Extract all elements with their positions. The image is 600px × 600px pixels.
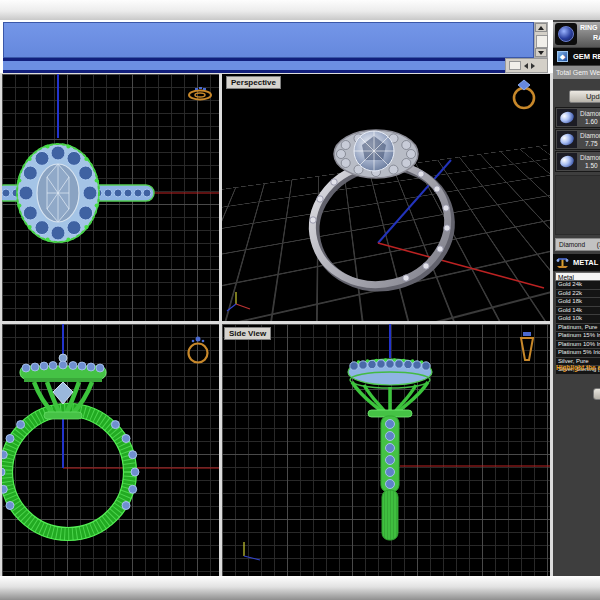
gem-select-dropdown[interactable]: Diamond (3.5 xyxy=(555,238,600,251)
gem-row[interactable]: Diamond 7.75 xyxy=(555,129,600,150)
viewport-label-side-view[interactable]: Side View xyxy=(224,327,271,340)
gem-thumbnail xyxy=(557,131,577,148)
scale-icon xyxy=(556,256,569,268)
cplane-perspective-icon xyxy=(514,80,534,108)
calculate-button-partial[interactable] xyxy=(593,388,600,400)
scroll-down-icon[interactable] xyxy=(535,48,547,57)
window-bottom-band xyxy=(0,576,600,600)
gem-sphere-icon xyxy=(559,154,576,169)
total-gem-weight-row: Total Gem Wei xyxy=(553,66,600,79)
application-window: Perspective xyxy=(0,0,600,600)
gem-report-empty-panel xyxy=(555,175,600,235)
cplane-side-view-icon xyxy=(521,332,533,360)
gem-report-title: GEM REPORT xyxy=(573,52,600,61)
gem-name: Diamond xyxy=(580,110,600,118)
strip-scroll-thumb[interactable] xyxy=(509,61,521,70)
gem-sphere-icon xyxy=(559,110,576,125)
axis-indicator xyxy=(227,292,250,311)
viewport-side-view[interactable]: Side View xyxy=(222,324,550,576)
gem-name: Diamond xyxy=(580,132,600,140)
viewport-perspective[interactable]: Perspective xyxy=(222,74,550,321)
metal-row[interactable]: Platinum, Pure xyxy=(555,324,600,333)
gem-row[interactable]: Diamond 1.50 xyxy=(555,151,600,172)
viewport-front-view[interactable] xyxy=(2,324,219,576)
ring-tab-label[interactable]: RING xyxy=(580,24,598,31)
metal-row[interactable]: Platinum 10% Irid xyxy=(555,341,600,350)
viewport-top-view[interactable] xyxy=(2,74,219,321)
top-view-drawing xyxy=(2,74,219,321)
metal-row[interactable]: Gold 10k xyxy=(555,315,600,324)
gem-list: Diamond 1.60 Diamond 7.75 Diamond xyxy=(555,107,600,173)
cplane-front-view-icon xyxy=(189,337,208,363)
viewport-label-perspective[interactable]: Perspective xyxy=(226,76,281,89)
gem-select-label: Diamond xyxy=(559,241,585,248)
gem-name: Diamond xyxy=(580,154,600,162)
side-view-drawing xyxy=(222,324,550,576)
scroll-right-icon[interactable] xyxy=(531,63,535,69)
scroll-left-icon[interactable] xyxy=(524,63,528,69)
strip-scroll-controls[interactable] xyxy=(505,58,548,73)
gem-value: 1.50 xyxy=(585,162,600,170)
toolbar-scrollbar[interactable] xyxy=(534,22,548,58)
gem-value: 1.60 xyxy=(585,118,600,126)
gem-thumbnail xyxy=(557,153,577,170)
metal-row[interactable]: Platinum 15% Irid xyxy=(555,332,600,341)
metal-table: Metal Gold 24k Gold 22k Gold 18k Gold 14… xyxy=(555,272,600,375)
gem-thumbnail xyxy=(557,109,577,126)
gem-report-icon: ◆ xyxy=(557,51,568,62)
app-logo-icon xyxy=(558,26,574,42)
axis-indicator xyxy=(244,542,260,560)
metal-column-header: Metal xyxy=(555,272,600,281)
metal-weight-header[interactable]: METAL WEIGHT xyxy=(553,254,600,271)
app-logo xyxy=(555,23,577,45)
metal-row[interactable]: Gold 24k xyxy=(555,281,600,290)
cplane-top-view-icon xyxy=(189,87,211,100)
gem-report-header[interactable]: ◆ GEM REPORT xyxy=(553,48,600,65)
gem-value: 7.75 xyxy=(585,140,600,148)
right-sidebar: RING RAIL ◆ GEM REPORT Total Gem Wei Upd… xyxy=(553,20,600,590)
perspective-drawing xyxy=(222,74,550,321)
metal-row[interactable]: Gold 22k xyxy=(555,290,600,299)
metal-row[interactable]: Platinum 5% Irid xyxy=(555,349,600,358)
gem-row[interactable]: Diamond 1.60 xyxy=(555,107,600,128)
scrollbar-thumb[interactable] xyxy=(536,35,548,48)
gem-sphere-icon xyxy=(559,132,576,147)
rail-tab-label[interactable]: RAIL xyxy=(593,34,600,41)
metal-row[interactable]: Gold 14k xyxy=(555,307,600,316)
total-gem-weight-label: Total Gem Wei xyxy=(556,69,600,76)
highlight-note: Highlight the a xyxy=(556,364,600,371)
window-title-band xyxy=(0,0,600,20)
update-button[interactable]: Update xyxy=(569,90,600,103)
toolbar-panel[interactable] xyxy=(3,22,534,58)
metal-weight-title: METAL WEIGHT xyxy=(573,258,600,267)
secondary-toolbar-strip[interactable] xyxy=(3,58,505,73)
scroll-up-icon[interactable] xyxy=(535,23,547,32)
ring-rail-header[interactable]: RING RAIL xyxy=(553,22,600,47)
metal-row[interactable]: Gold 18k xyxy=(555,298,600,307)
front-view-drawing xyxy=(2,324,219,576)
